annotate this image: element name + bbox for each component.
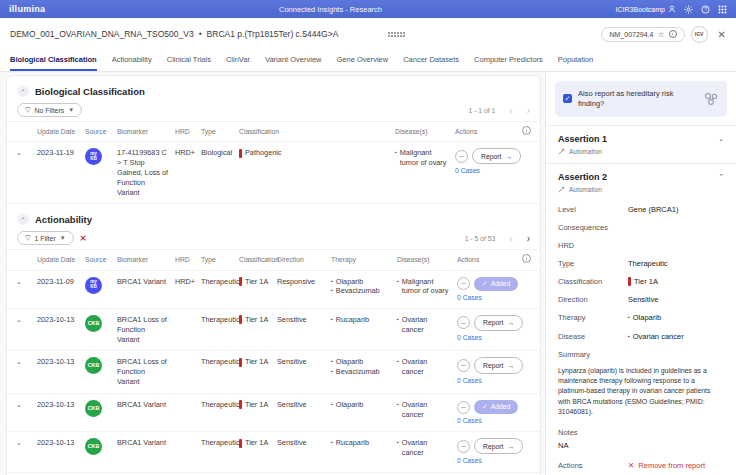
- automation-label: Automation: [569, 186, 602, 193]
- transcript-pill[interactable]: NM_007294.4 ☆ i: [601, 27, 684, 42]
- help-icon[interactable]: ?: [701, 5, 710, 14]
- ckb-source-badge[interactable]: CKB: [85, 315, 102, 332]
- report-button[interactable]: Report→: [474, 438, 523, 454]
- col-classification: Classification: [239, 255, 277, 264]
- field-label: Direction: [558, 295, 628, 304]
- cases-link[interactable]: 0 Cases: [457, 293, 534, 302]
- disease-list: ▪Ovarian cancer: [397, 315, 457, 335]
- report-button[interactable]: Report→: [472, 148, 521, 164]
- report-button[interactable]: Report→: [474, 357, 523, 373]
- hereditary-question: Also report as hereditary risk finding?: [578, 89, 697, 109]
- mykb-source-badge[interactable]: myKB: [85, 148, 102, 165]
- chevron-up-icon: ⌃: [718, 173, 724, 181]
- tab-cancer-datasets[interactable]: Cancer Datasets: [403, 50, 459, 71]
- field-label: Type: [558, 259, 628, 268]
- col-biomarker: Biomarker: [117, 255, 175, 264]
- tab-clinical-trials[interactable]: Clinical Trials: [167, 50, 211, 71]
- assertion-1-header[interactable]: Assertion 1 ⌄: [546, 126, 736, 145]
- classification-value: Tier 1A: [245, 438, 268, 448]
- star-icon[interactable]: ☆: [657, 30, 664, 39]
- arrow-right-icon: →: [507, 442, 514, 451]
- prev-page-icon[interactable]: ‹: [509, 105, 512, 116]
- mykb-source-badge[interactable]: myKB: [85, 277, 102, 294]
- ckb-source-badge[interactable]: CKB: [85, 438, 102, 455]
- clear-filter-icon[interactable]: ✕: [80, 234, 87, 243]
- minus-circle-button[interactable]: –: [455, 150, 468, 163]
- row-expand-icon[interactable]: ⌄: [7, 438, 37, 447]
- variant-title: BRCA1 p.(Trp1815Ter) c.5444G>A: [207, 29, 339, 39]
- actionability-filter-button[interactable]: ▽ 1 Filter ▼: [17, 231, 74, 245]
- col-hrd: HRD: [175, 255, 201, 264]
- x-icon: ✕: [628, 461, 634, 470]
- remove-from-report-link[interactable]: ✕Remove from report: [628, 461, 705, 470]
- minus-circle-button[interactable]: –: [457, 359, 470, 372]
- col-direction: Direction: [277, 255, 331, 264]
- assertion-2-header[interactable]: Assertion 2 ⌃: [546, 164, 736, 183]
- next-page-icon[interactable]: ›: [527, 105, 530, 116]
- row-expand-icon[interactable]: ⌄: [7, 357, 37, 366]
- table-row[interactable]: ⌄ 2023-11-09 myKB BRCA1 Variant HRD+ The…: [7, 271, 540, 309]
- classification-bar: [239, 400, 242, 409]
- col-therapy: Therapy: [331, 255, 397, 264]
- tab-computer-predictors[interactable]: Computer Predictors: [474, 50, 543, 71]
- hereditary-checkbox[interactable]: ✓: [563, 94, 572, 103]
- direction-value: Responsive: [277, 277, 331, 287]
- minus-circle-button[interactable]: –: [457, 440, 470, 453]
- next-page-icon[interactable]: ›: [527, 233, 530, 244]
- table-row[interactable]: ⌄ 2023-10-13 CKB BRCA1 Variant Therapeut…: [7, 432, 540, 472]
- report-button[interactable]: Report→: [474, 315, 523, 331]
- col-source: Source: [85, 255, 117, 264]
- col-diseases: Disease(s): [395, 127, 455, 136]
- minus-circle-button[interactable]: –: [457, 277, 470, 290]
- igv-button[interactable]: IGV: [691, 26, 708, 43]
- added-badge[interactable]: ✓Added: [474, 277, 518, 291]
- cases-link[interactable]: 0 Cases: [457, 333, 534, 342]
- added-badge[interactable]: ✓Added: [474, 400, 518, 414]
- close-icon[interactable]: ✕: [718, 29, 726, 40]
- row-expand-icon[interactable]: ⌄: [7, 277, 37, 286]
- automation-label: Automation: [569, 148, 602, 155]
- info-circle-icon[interactable]: i: [669, 30, 677, 38]
- tab-clinvar[interactable]: ClinVar: [226, 50, 250, 71]
- collapse-chevron-icon[interactable]: ⌃: [17, 85, 29, 97]
- ckb-source-badge[interactable]: CKB: [85, 400, 102, 417]
- assertion-title: Assertion 1: [558, 134, 718, 144]
- col-diseases: Disease(s): [397, 255, 457, 264]
- cases-link[interactable]: 0 Cases: [457, 376, 534, 385]
- bio-section-header: ⌃ Biological Classification: [7, 76, 540, 100]
- drag-handle-icon[interactable]: [388, 32, 406, 38]
- table-row[interactable]: ⌄ 2023-10-13 CKB BRCA1 Loss of Function …: [7, 351, 540, 394]
- table-row[interactable]: ⌄ 2023-11-19 myKB 17-41199683 C > T Stop…: [7, 142, 540, 204]
- classification-value: Tier 1A: [245, 277, 268, 287]
- user-menu[interactable]: ICIR3Bootcamp: [616, 5, 676, 13]
- table-row[interactable]: ⌄ 2023-10-13 CKB BRCA1 Loss of Function …: [7, 309, 540, 352]
- bio-filter-button[interactable]: ▽ No Filters ▼: [17, 103, 82, 117]
- cases-link[interactable]: 0 Cases: [455, 166, 534, 175]
- type-value: Therapeutic: [201, 315, 239, 325]
- filter-funnel-icon: ▽: [25, 106, 30, 114]
- biomarker: BRCA1 Variant: [117, 277, 175, 287]
- table-row[interactable]: ⌄ 2023-10-13 CKB BRCA1 Variant Therapeut…: [7, 394, 540, 432]
- field-label: HRD: [558, 241, 628, 250]
- info-icon[interactable]: i: [522, 126, 531, 135]
- tab-gene-overview[interactable]: Gene Overview: [337, 50, 389, 71]
- minus-circle-button[interactable]: –: [457, 401, 470, 414]
- tab-population[interactable]: Population: [558, 50, 593, 71]
- row-expand-icon[interactable]: ⌄: [7, 315, 37, 324]
- apps-grid-icon[interactable]: [718, 5, 727, 14]
- row-expand-icon[interactable]: ⌄: [7, 400, 37, 409]
- gear-icon[interactable]: [684, 5, 693, 14]
- tab-biological-classification[interactable]: Biological Classification: [10, 50, 97, 71]
- prev-page-icon[interactable]: ‹: [509, 233, 512, 244]
- cases-link[interactable]: 0 Cases: [457, 456, 534, 465]
- cases-link[interactable]: 0 Cases: [457, 416, 534, 425]
- tab-variant-overview[interactable]: Variant Overview: [265, 50, 322, 71]
- field-label: Notes: [558, 428, 628, 437]
- update-date: 2023-10-13: [37, 400, 85, 410]
- ckb-source-badge[interactable]: CKB: [85, 357, 102, 374]
- minus-circle-button[interactable]: –: [457, 316, 470, 329]
- collapse-chevron-icon[interactable]: ⌃: [17, 213, 29, 225]
- row-expand-icon[interactable]: ⌄: [7, 148, 37, 157]
- tab-actionability[interactable]: Actionability: [112, 50, 152, 71]
- arrow-right-icon: →: [505, 152, 512, 161]
